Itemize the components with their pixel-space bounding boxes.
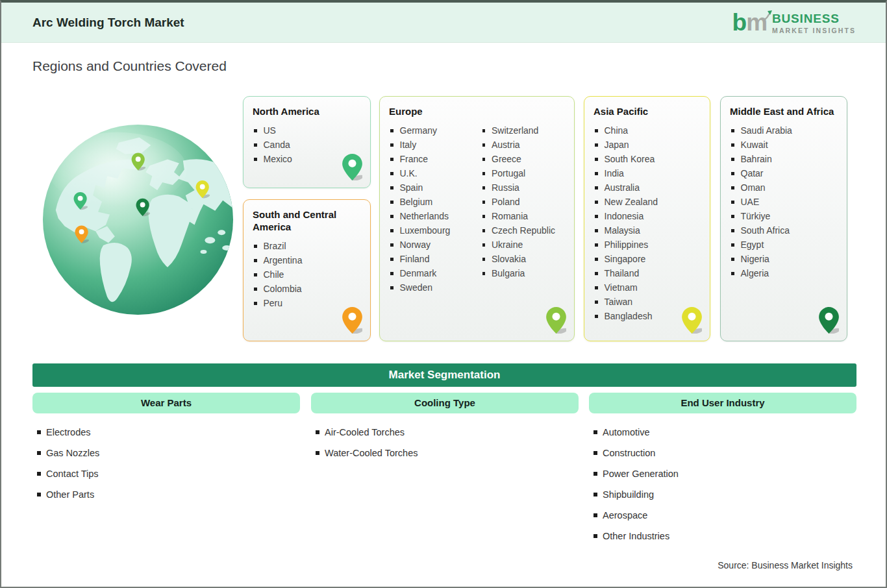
- bullet-icon: [482, 143, 486, 147]
- country-label: Norway: [400, 238, 431, 252]
- bullet-icon: [595, 186, 598, 190]
- country-item: Romania: [481, 209, 566, 223]
- country-item: Denmark: [389, 266, 473, 280]
- country-item: South Korea: [593, 152, 701, 166]
- segment-item-list: AutomotiveConstructionPower GenerationSh…: [589, 422, 856, 546]
- country-label: Colombia: [264, 282, 302, 296]
- country-item: Singapore: [593, 252, 701, 266]
- country-label: India: [605, 166, 624, 180]
- country-item: Brazil: [253, 239, 361, 253]
- country-label: Argentina: [264, 253, 303, 267]
- country-item: Colombia: [253, 282, 361, 296]
- bullet-icon: [731, 201, 734, 204]
- country-item: Germany: [389, 123, 473, 138]
- country-item: Russia: [481, 180, 566, 195]
- country-label: Kuwait: [741, 138, 768, 152]
- country-label: Spain: [400, 180, 423, 195]
- infographic-page: Arc Welding Torch Market bm BUSINESS MAR…: [0, 0, 887, 588]
- country-label: Slovakia: [492, 252, 526, 266]
- bullet-icon: [593, 430, 597, 434]
- country-item: US: [253, 123, 361, 138]
- bullet-icon: [731, 272, 734, 275]
- country-label: New Zealand: [605, 195, 658, 209]
- segment-item: Aerospace: [589, 505, 856, 526]
- country-item: Saudi Arabia: [730, 123, 838, 138]
- country-label: China: [605, 123, 629, 138]
- segmentation-title-bar: Market Segmentation: [32, 363, 856, 387]
- country-list: Saudi ArabiaKuwaitBahrainQatarOmanUAETür…: [730, 123, 838, 280]
- country-label: Thailand: [605, 266, 640, 280]
- bullet-icon: [254, 158, 257, 161]
- country-item: UAE: [730, 195, 838, 209]
- segment-item-list: Air-Cooled TorchesWater-Cooled Torches: [311, 422, 579, 463]
- region-card-south-central-america: South and Central AmericaBrazilArgentina…: [243, 199, 371, 341]
- bullet-icon: [593, 513, 597, 517]
- segment-group-wear-parts: Wear PartsElectrodesGas NozzlesContact T…: [32, 393, 300, 505]
- country-label: US: [264, 123, 276, 138]
- country-label: Ukraine: [492, 238, 523, 252]
- country-label: Poland: [492, 195, 520, 209]
- region-pin-europe: [546, 307, 566, 336]
- segment-item-label: Other Parts: [46, 489, 94, 500]
- bullet-icon: [254, 273, 257, 276]
- bullet-icon: [254, 129, 257, 132]
- country-label: Algeria: [741, 266, 769, 280]
- segment-item: Air-Cooled Torches: [311, 422, 579, 443]
- country-item: Vietnam: [593, 280, 701, 295]
- bullet-icon: [390, 158, 394, 161]
- bullet-icon: [482, 129, 486, 132]
- segment-item: Construction: [589, 443, 856, 463]
- country-item: Bulgaria: [481, 266, 566, 280]
- bullet-icon: [595, 258, 598, 261]
- bullet-icon: [37, 451, 41, 455]
- bullet-icon: [731, 158, 734, 161]
- location-pin-icon: [682, 307, 702, 334]
- bullet-icon: [593, 451, 597, 455]
- segment-item: Other Parts: [32, 484, 300, 505]
- country-label: U.K.: [400, 166, 418, 180]
- country-item: Thailand: [593, 266, 701, 280]
- bullet-icon: [390, 172, 394, 175]
- country-label: Bulgaria: [492, 266, 525, 280]
- country-label: Portugal: [492, 166, 525, 180]
- bullet-icon: [482, 243, 486, 247]
- country-item: Philippines: [593, 238, 701, 252]
- country-item: Greece: [481, 152, 566, 166]
- country-label: South Korea: [605, 152, 655, 166]
- bullet-icon: [595, 243, 598, 247]
- country-item: Egypt: [730, 238, 838, 252]
- country-item: Czech Republic: [481, 223, 566, 238]
- country-item: Portugal: [481, 166, 566, 180]
- logo-arrow-icon: [763, 10, 773, 21]
- segment-item-label: Aerospace: [603, 510, 647, 521]
- bullet-icon: [595, 286, 598, 289]
- bullet-icon: [731, 258, 734, 261]
- bmi-logo-text: BUSINESS MARKET INSIGHTS: [772, 12, 856, 34]
- country-item: Nigeria: [730, 252, 838, 266]
- bullet-icon: [595, 158, 598, 161]
- country-label: Finland: [400, 252, 430, 266]
- bullet-icon: [482, 158, 486, 161]
- segment-item-label: Electrodes: [46, 427, 91, 437]
- bullet-icon: [254, 259, 257, 262]
- bullet-icon: [254, 245, 257, 248]
- bullet-icon: [482, 272, 486, 275]
- bullet-icon: [482, 172, 486, 175]
- country-label: Denmark: [400, 266, 437, 280]
- bullet-icon: [731, 215, 734, 218]
- region-card-title: North America: [253, 105, 361, 117]
- page-title: Arc Welding Torch Market: [32, 3, 184, 43]
- bullet-icon: [390, 129, 394, 132]
- bullet-icon: [731, 186, 734, 190]
- country-item: New Zealand: [593, 195, 701, 209]
- country-item: Finland: [389, 252, 473, 266]
- country-item: Qatar: [730, 166, 838, 180]
- country-item: U.K.: [389, 166, 473, 180]
- segment-item: Contact Tips: [32, 463, 300, 484]
- segment-item-label: Other Industries: [603, 531, 669, 541]
- country-label: Sweden: [400, 280, 433, 295]
- bmi-logo: bm BUSINESS MARKET INSIGHTS: [732, 8, 856, 37]
- country-item: Kuwait: [730, 138, 838, 152]
- bullet-icon: [593, 493, 597, 496]
- country-list: BrazilArgentinaChileColombiaPeru: [253, 239, 361, 310]
